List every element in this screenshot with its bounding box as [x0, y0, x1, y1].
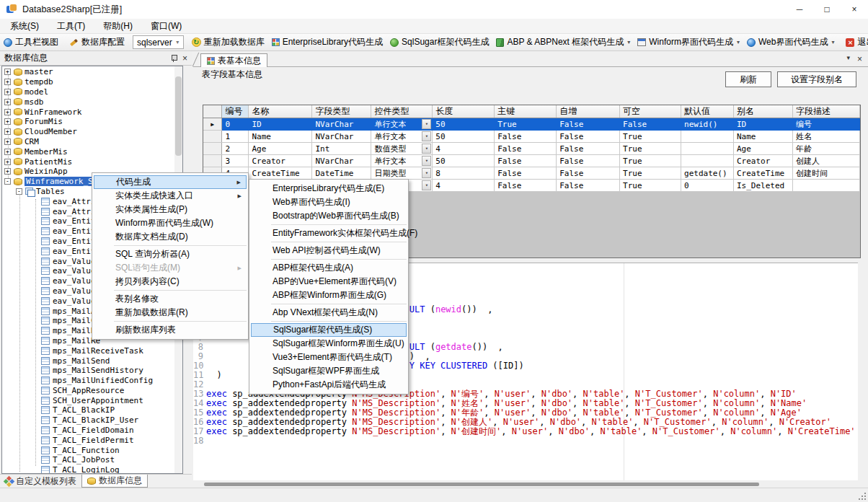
refresh-button[interactable]: 刷新: [725, 71, 771, 87]
close-button[interactable]: ×: [841, 0, 868, 19]
menu-item[interactable]: Python+FastApi后端代码生成: [251, 378, 407, 392]
grid-cell[interactable]: False: [495, 180, 557, 192]
grid-cell[interactable]: False: [495, 143, 557, 155]
grid-cell[interactable]: NVarChar: [312, 118, 371, 131]
grid-cell[interactable]: 日期类型▾: [371, 167, 433, 180]
control-type-dropdown[interactable]: ▾: [422, 119, 431, 129]
column-header[interactable]: 长度: [433, 105, 495, 118]
grid-cell[interactable]: 单行文本▾: [371, 118, 433, 131]
tree-item[interactable]: +msdb: [2, 97, 174, 107]
column-header[interactable]: 编号: [222, 105, 249, 118]
scrollbar-thumb[interactable]: [175, 76, 182, 156]
grid-cell[interactable]: False: [557, 180, 620, 192]
sqlsugar-codegen-button[interactable]: SqlSugar框架代码生成: [387, 35, 492, 50]
grid-cell[interactable]: 2: [222, 143, 249, 155]
tree-item[interactable]: mps_MailSendHistory: [2, 366, 174, 376]
tree-item[interactable]: +CloudMember: [2, 127, 174, 137]
tree-item[interactable]: SCH_UserAppointment: [2, 395, 174, 405]
menu-item[interactable]: 拷贝列表内容(C): [94, 275, 247, 289]
menu-item[interactable]: SqlSugar框架代码生成(S): [251, 323, 407, 337]
grid-cell[interactable]: 0: [222, 118, 249, 131]
grid-cell[interactable]: [792, 180, 859, 192]
tree-item[interactable]: T_ACL_BlackIP: [2, 405, 174, 415]
chevron-down-icon[interactable]: ▾: [627, 39, 630, 45]
menu-item[interactable]: SqlSugar框架WPF界面生成: [251, 364, 407, 378]
control-type-dropdown[interactable]: ▾: [422, 156, 431, 166]
expander-icon[interactable]: +: [4, 69, 11, 75]
tree-item[interactable]: SCH_AppResource: [2, 386, 174, 396]
grid-cell[interactable]: NVarChar: [312, 131, 371, 143]
horizontal-scrollbar[interactable]: [193, 480, 868, 488]
menu-item[interactable]: ABP框架代码生成(A): [251, 261, 407, 275]
expander-icon[interactable]: +: [4, 159, 11, 165]
grid-row[interactable]: 4CreateTimeDateTime日期类型▾8FalseFalseTrueg…: [203, 167, 860, 180]
tree-item[interactable]: +CRM: [2, 137, 174, 147]
grid-cell[interactable]: 单行文本▾: [371, 131, 433, 143]
scrollbar-thumb[interactable]: [204, 483, 759, 486]
chevron-down-icon[interactable]: ▾: [172, 39, 183, 45]
grid-cell[interactable]: 创建人: [792, 155, 859, 167]
toolbar-view-button[interactable]: 工具栏视图: [1, 35, 61, 50]
tree-item[interactable]: T_ACL_JobPost: [2, 455, 174, 465]
menu-item[interactable]: 重新加载数据库(R): [94, 306, 247, 320]
column-header[interactable]: 字段类型: [312, 105, 371, 118]
grid-cell[interactable]: 3: [222, 155, 249, 167]
menu-item[interactable]: Web API控制器代码生成(W): [251, 244, 407, 257]
grid-cell[interactable]: True: [495, 118, 557, 131]
close-icon[interactable]: ×: [857, 54, 862, 64]
menu-item[interactable]: 表别名修改: [94, 292, 247, 306]
menu-item[interactable]: 代码生成▶: [94, 175, 247, 189]
expander-icon[interactable]: -: [4, 178, 11, 185]
menu-item[interactable]: 数据库文档生成(D): [94, 230, 247, 244]
grid-cell[interactable]: 单行文本▾: [371, 155, 433, 167]
column-header[interactable]: 控件类型: [371, 105, 433, 118]
expander-icon[interactable]: +: [4, 118, 11, 125]
grid-cell[interactable]: [681, 155, 734, 167]
expander-icon[interactable]: +: [4, 149, 11, 155]
expander-icon[interactable]: +: [4, 168, 11, 175]
tree-item[interactable]: mps_MailSend: [2, 356, 174, 366]
menu-item[interactable]: SqlSugar框架Winform界面生成(U): [251, 337, 407, 351]
winform-codegen-button[interactable]: Winform界面代码生成 ▾: [634, 35, 743, 50]
tree-item[interactable]: +master: [2, 67, 174, 77]
grid-cell[interactable]: [681, 131, 734, 143]
tree-item[interactable]: +model: [2, 87, 174, 97]
tab-database-info[interactable]: 数据库信息: [81, 475, 148, 488]
column-header[interactable]: 主键: [495, 105, 557, 118]
expander-icon[interactable]: +: [4, 109, 11, 115]
grid-cell[interactable]: 50: [433, 155, 495, 167]
menu-item[interactable]: 刷新数据库列表: [94, 323, 247, 337]
grid-cell[interactable]: 创建时间: [792, 167, 859, 180]
grid-cell[interactable]: True: [620, 131, 681, 143]
menu-item[interactable]: 实体类属性生成(P): [94, 203, 247, 216]
grid-cell[interactable]: Age: [734, 143, 793, 155]
pin-icon[interactable]: [171, 55, 177, 62]
column-header[interactable]: 默认值: [681, 105, 734, 118]
set-field-alias-button[interactable]: 设置字段别名: [777, 71, 856, 87]
tree-item[interactable]: T_ACL_BlackIP_User: [2, 415, 174, 426]
grid-row[interactable]: ▶0IDNVarChar单行文本▾50TrueFalseFalsenewid()…: [203, 118, 860, 131]
grid-cell[interactable]: CreateTime: [249, 167, 312, 180]
menu-tools[interactable]: 工具(T): [49, 19, 93, 34]
grid-cell[interactable]: [681, 143, 734, 155]
grid-cell[interactable]: False: [557, 131, 620, 143]
tree-item[interactable]: +ForumMis: [2, 117, 174, 127]
tree-item[interactable]: T_ACL_Function: [2, 445, 174, 455]
grid-cell[interactable]: False: [495, 155, 557, 167]
control-type-dropdown[interactable]: ▾: [422, 144, 431, 154]
menu-item[interactable]: EntityFramework实体框架代码生成(F): [251, 226, 407, 240]
abp-codegen-button[interactable]: ABP & ABPNext 框架代码生成 ▾: [493, 35, 633, 50]
grid-cell[interactable]: False: [557, 143, 620, 155]
grid-cell[interactable]: False: [557, 167, 620, 180]
grid-cell[interactable]: NVarChar: [312, 155, 371, 167]
control-type-dropdown[interactable]: ▾: [422, 131, 431, 141]
menu-item[interactable]: EnterpriseLibrary代码生成(E): [251, 182, 407, 195]
chevron-down-icon[interactable]: ▾: [831, 39, 834, 45]
expander-icon[interactable]: +: [4, 138, 11, 145]
grid-cell[interactable]: ID: [734, 118, 793, 131]
expander-icon[interactable]: +: [4, 128, 11, 135]
grid-cell[interactable]: 50: [433, 131, 495, 143]
column-header[interactable]: 可空: [620, 105, 681, 118]
expander-icon[interactable]: -: [16, 188, 22, 195]
menu-item[interactable]: Abp VNext框架代码生成(N): [251, 306, 407, 320]
